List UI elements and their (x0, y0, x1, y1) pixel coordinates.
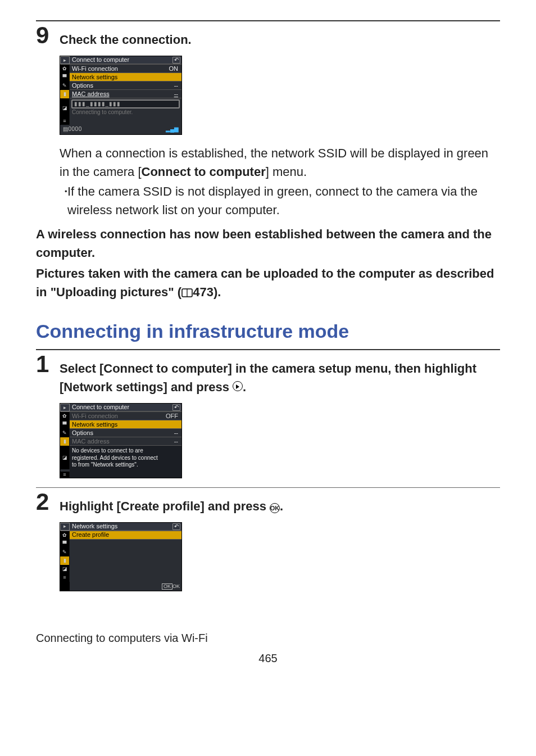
chevron-right-icon: ▸ (175, 74, 179, 80)
result-paragraph-2: Pictures taken with the camera can be up… (36, 264, 500, 301)
step-number: 2 (36, 490, 60, 514)
play-icon: ▸ (63, 58, 66, 63)
camera-status-bar: ▤0000 ▂▄▆ (60, 125, 181, 134)
camera-menu-row-wifi-dim: Wi-Fi connection OFF (70, 412, 181, 420)
step-number: 9 (36, 24, 60, 47)
camera-menu-row-options: Options -- (70, 82, 181, 90)
sd-icon: ▤ (63, 126, 69, 132)
chevron-right-icon: ▸ (175, 422, 179, 428)
pencil-icon: ✎ (62, 431, 67, 436)
movie-icon: ▝▘ (61, 75, 69, 80)
camera-menu-row-options: Options -- (70, 429, 181, 437)
camera-ssid-box: ▮▮▮_▮▮▮▮_▮▮▮ (71, 99, 180, 108)
play-icon: ▸ (63, 524, 66, 529)
pencil-icon: ✎ (62, 550, 67, 555)
mymenu-icon: ≡ (63, 472, 66, 477)
page-number: 465 (36, 650, 500, 667)
camera-menu-row-network-highlighted: Network settings --▸ (70, 73, 181, 82)
camera-menu-title: Network settings ↶ (70, 523, 181, 531)
section-divider (36, 20, 500, 21)
camera-menu-row-mac-dim: MAC address -- (70, 437, 181, 446)
camera-menu-row-network-highlighted: Network settings --▸ (70, 420, 181, 429)
page-ref-icon (181, 288, 193, 297)
ok-button-icon: OK (270, 503, 280, 513)
step-title: Highlight [Create profile] and press OK. (60, 490, 500, 515)
camera-menu-row-create-profile: Create profile ▸ (70, 531, 181, 540)
camera-icon: ✿ (62, 414, 67, 419)
step-title: Select [Connect to computer] in the came… (60, 352, 500, 396)
section-divider (36, 349, 500, 350)
camera-menu-title: Connect to computer ↶ (70, 56, 181, 64)
back-icon: ↶ (172, 404, 180, 411)
play-icon: ▸ (63, 405, 66, 410)
movie-icon: ▝▘ (61, 541, 69, 546)
right-button-icon (233, 381, 243, 391)
camera-screenshot-step2: ▸ Network settings ↶ ✿ Create profile ▸ … (60, 522, 500, 591)
camera-screenshot-step1: ▸ Connect to computer ↶ ✿ Wi-Fi connecti… (60, 403, 500, 478)
camera-icon: ✿ (62, 533, 67, 538)
step-2: 2 Highlight [Create profile] and press O… (36, 490, 500, 515)
footer-chapter-title: Connecting to computers via Wi-Fi (36, 630, 500, 646)
pencil-icon: ✎ (62, 83, 67, 88)
chevron-right-icon: ▸ (175, 532, 179, 538)
back-icon: ↶ (172, 523, 180, 530)
antenna-icon: ▮ (63, 92, 66, 97)
mymenu-icon: ≡ (63, 119, 66, 124)
signal-icon: ▂▄▆ (166, 126, 179, 132)
back-icon: ↶ (172, 57, 180, 64)
step-divider (36, 487, 500, 488)
section-heading: Connecting in infrastructure mode (36, 317, 500, 346)
retouch-icon: ◪ (62, 106, 67, 111)
step-9: 9 Check the connection. (36, 24, 500, 49)
retouch-icon: ◪ (62, 567, 67, 572)
mymenu-icon: ≡ (63, 575, 66, 580)
step9-paragraph: When a connection is established, the ne… (60, 144, 500, 181)
camera-ok-indicator: OKOK (162, 583, 180, 590)
antenna-icon: ▮ (63, 439, 66, 444)
camera-menu-title: Connect to computer ↶ (70, 404, 181, 411)
camera-connecting-text: Connecting to computer. (70, 110, 181, 116)
camera-help-message: No devices to connect to are registered.… (70, 446, 181, 472)
camera-menu-row-mac: MAC address -- (70, 90, 181, 98)
step-1: 1 Select [Connect to computer] in the ca… (36, 352, 500, 396)
result-paragraph-1: A wireless connection has now been estab… (36, 225, 500, 262)
antenna-icon: ▮ (63, 558, 66, 563)
step-number: 1 (36, 352, 60, 376)
camera-icon: ✿ (62, 66, 67, 71)
movie-icon: ▝▘ (61, 422, 69, 427)
camera-menu-row-wifi: Wi-Fi connection ON (70, 65, 181, 73)
step-title: Check the connection. (60, 24, 500, 49)
step9-bullet: ・ If the camera SSID is not displayed in… (60, 182, 500, 219)
camera-screenshot-connect: ▸ Connect to computer ↶ ✿ Wi-Fi connecti… (60, 56, 500, 135)
retouch-icon: ◪ (62, 455, 67, 460)
